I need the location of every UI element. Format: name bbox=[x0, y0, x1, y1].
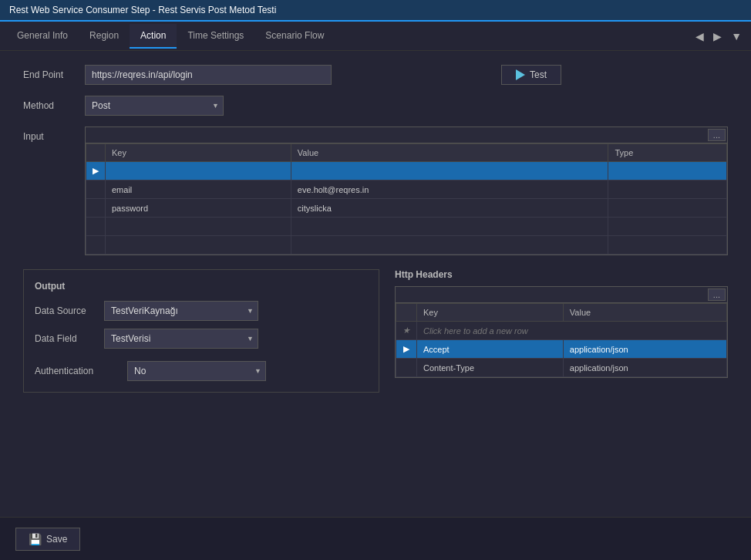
http-table-wrapper: ... Key Value ★ Click here to add a new bbox=[395, 286, 728, 378]
save-button[interactable]: 💾 Save bbox=[15, 528, 80, 551]
output-panel-title: Output bbox=[35, 281, 368, 292]
row-type[interactable] bbox=[608, 162, 727, 180]
tabs-prev-button[interactable]: ◀ bbox=[692, 29, 707, 44]
datasource-row: Data Source TestVeriKaynağı bbox=[35, 301, 368, 321]
tabs-next-button[interactable]: ▶ bbox=[710, 29, 725, 44]
tabs-bar: General Info Region Action Time Settings… bbox=[0, 22, 751, 51]
datafield-row: Data Field TestVerisi bbox=[35, 329, 368, 349]
method-select-wrapper: Post Get Put Delete Patch bbox=[85, 96, 224, 116]
row-arrow bbox=[86, 199, 106, 218]
row-arrow bbox=[396, 359, 417, 377]
http-row-value[interactable]: application/json bbox=[563, 359, 726, 377]
add-row-text[interactable]: Click here to add a new row bbox=[417, 322, 727, 340]
row-key[interactable]: email bbox=[106, 180, 291, 199]
two-panels: Output Data Source TestVeriKaynağı Data … bbox=[23, 269, 728, 393]
table-row-empty bbox=[86, 218, 727, 236]
input-table-add-button[interactable]: ... bbox=[708, 129, 726, 141]
http-table-toolbar: ... bbox=[396, 287, 727, 303]
http-headers-panel: Http Headers ... Key Value bbox=[395, 269, 728, 393]
input-table: Key Value Type ▶ email eve bbox=[86, 143, 727, 255]
method-label: Method bbox=[23, 100, 85, 111]
play-icon bbox=[516, 69, 525, 80]
input-table-toolbar: ... bbox=[86, 127, 727, 143]
http-table-row[interactable]: ▶ Accept application/json bbox=[396, 340, 727, 359]
row-type[interactable] bbox=[608, 199, 727, 218]
http-table-row[interactable]: Content-Type application/json bbox=[396, 359, 727, 377]
test-button-label: Test bbox=[530, 69, 547, 80]
title-bar: Rest Web Service Consumer Step - Rest Se… bbox=[0, 0, 751, 22]
table-row-empty bbox=[86, 236, 727, 255]
http-col-key-header: Key bbox=[417, 304, 564, 322]
auth-select-wrapper: No Basic Bearer bbox=[127, 361, 266, 381]
tabs-menu-button[interactable]: ▼ bbox=[728, 29, 745, 44]
output-panel: Output Data Source TestVeriKaynağı Data … bbox=[23, 269, 379, 393]
empty-cell bbox=[106, 236, 291, 255]
test-button[interactable]: Test bbox=[501, 65, 561, 85]
empty-cell bbox=[608, 218, 727, 236]
method-select[interactable]: Post Get Put Delete Patch bbox=[85, 96, 224, 116]
row-key[interactable]: password bbox=[106, 199, 291, 218]
save-icon: 💾 bbox=[29, 533, 42, 545]
input-label: Input bbox=[23, 127, 85, 142]
star-marker: ★ bbox=[396, 322, 417, 340]
authentication-row: Authentication No Basic Bearer bbox=[35, 361, 368, 381]
empty-cell bbox=[291, 236, 608, 255]
http-headers-title: Http Headers bbox=[395, 269, 728, 280]
tab-action[interactable]: Action bbox=[130, 24, 177, 49]
table-row[interactable]: email eve.holt@reqres.in bbox=[86, 180, 727, 199]
row-arrow bbox=[86, 180, 106, 199]
empty-cell bbox=[608, 236, 727, 255]
bottom-bar: 💾 Save bbox=[0, 517, 751, 560]
http-row-key[interactable]: Accept bbox=[417, 340, 564, 359]
input-table-wrapper: ... Key Value Type ▶ bbox=[85, 127, 728, 255]
col-type-header: Type bbox=[608, 144, 727, 162]
col-arrow-header bbox=[86, 144, 106, 162]
empty-cell bbox=[106, 218, 291, 236]
main-content: End Point Test Method Post Get Put Delet… bbox=[0, 51, 751, 558]
datafield-select-wrapper: TestVerisi bbox=[104, 329, 258, 349]
title-text: Rest Web Service Consumer Step - Rest Se… bbox=[9, 5, 276, 15]
tab-scenario-flow[interactable]: Scenario Flow bbox=[254, 24, 335, 49]
tabs-navigation: ◀ ▶ ▼ bbox=[692, 29, 745, 44]
row-value[interactable] bbox=[291, 162, 608, 180]
empty-cell bbox=[291, 218, 608, 236]
tab-time-settings[interactable]: Time Settings bbox=[177, 24, 254, 49]
empty-cell bbox=[86, 236, 106, 255]
row-arrow: ▶ bbox=[396, 340, 417, 359]
save-button-label: Save bbox=[46, 534, 67, 545]
http-col-value-header: Value bbox=[563, 304, 726, 322]
datasource-select[interactable]: TestVeriKaynağı bbox=[104, 301, 258, 321]
col-value-header: Value bbox=[291, 144, 608, 162]
col-key-header: Key bbox=[106, 144, 291, 162]
tab-general-info[interactable]: General Info bbox=[6, 24, 79, 49]
http-add-row[interactable]: ★ Click here to add a new row bbox=[396, 322, 727, 340]
input-section: Input ... Key Value Type ▶ bbox=[23, 127, 728, 255]
endpoint-input[interactable] bbox=[85, 65, 332, 85]
table-row[interactable]: ▶ bbox=[86, 162, 727, 180]
row-value[interactable]: cityslicka bbox=[291, 199, 608, 218]
endpoint-label: End Point bbox=[23, 69, 85, 80]
empty-cell bbox=[86, 218, 106, 236]
http-table-add-button[interactable]: ... bbox=[708, 288, 726, 301]
table-row[interactable]: password cityslicka bbox=[86, 199, 727, 218]
tab-region[interactable]: Region bbox=[79, 24, 130, 49]
http-col-marker-header bbox=[396, 304, 417, 322]
http-row-value[interactable]: application/json bbox=[563, 340, 726, 359]
datafield-label: Data Field bbox=[35, 333, 104, 344]
method-row: Method Post Get Put Delete Patch bbox=[23, 96, 728, 116]
http-row-key[interactable]: Content-Type bbox=[417, 359, 564, 377]
row-value[interactable]: eve.holt@reqres.in bbox=[291, 180, 608, 199]
http-headers-table: Key Value ★ Click here to add a new row … bbox=[396, 303, 727, 377]
datasource-select-wrapper: TestVeriKaynağı bbox=[104, 301, 258, 321]
row-arrow: ▶ bbox=[86, 162, 106, 180]
datafield-select[interactable]: TestVerisi bbox=[104, 329, 258, 349]
datasource-label: Data Source bbox=[35, 305, 104, 316]
authentication-label: Authentication bbox=[35, 366, 127, 376]
row-type[interactable] bbox=[608, 180, 727, 199]
row-key[interactable] bbox=[106, 162, 291, 180]
endpoint-row: End Point Test bbox=[23, 65, 728, 85]
authentication-select[interactable]: No Basic Bearer bbox=[127, 361, 266, 381]
